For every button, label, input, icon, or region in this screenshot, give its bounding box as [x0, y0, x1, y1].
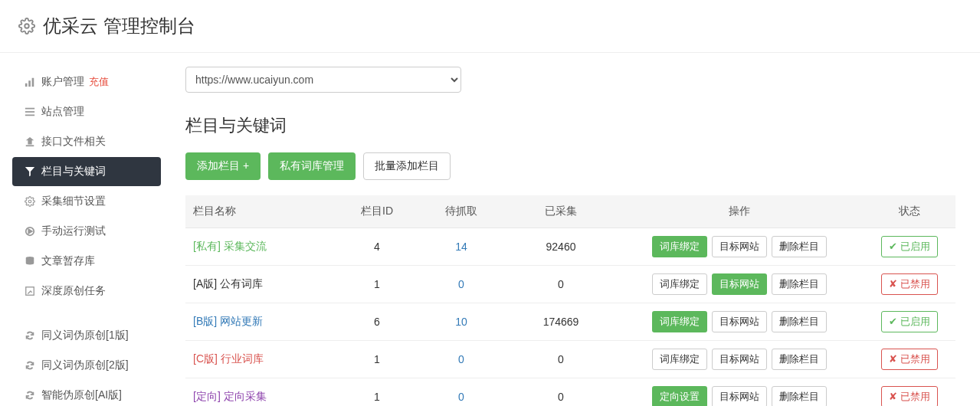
sidebar-item-label: 智能伪原创[AI版]	[41, 388, 122, 402]
collected-count: 0	[507, 341, 615, 378]
sidebar-item-label: 站点管理	[41, 105, 84, 119]
table-row: [B版] 网站更新610174669词库绑定目标网站删除栏目✔ 已启用	[185, 303, 955, 341]
svg-rect-6	[25, 115, 34, 116]
nav-icon	[25, 390, 41, 401]
column-id: 4	[339, 228, 415, 266]
bind-dict-button[interactable]: 词库绑定	[652, 311, 707, 332]
collected-count: 0	[507, 378, 615, 407]
collected-count: 174669	[507, 303, 615, 341]
nav-icon	[25, 106, 41, 117]
svg-rect-3	[32, 78, 34, 87]
th-pending: 待抓取	[415, 195, 507, 228]
sidebar-item[interactable]: 深度原创任务	[12, 277, 161, 306]
th-id: 栏目ID	[339, 195, 415, 228]
target-site-button[interactable]: 目标网站	[712, 386, 767, 406]
status-toggle[interactable]: ✔ 已启用	[881, 236, 938, 257]
sidebar-item[interactable]: 文章暂存库	[12, 247, 161, 276]
direct-setting-button[interactable]: 定向设置	[652, 386, 707, 406]
bind-dict-button[interactable]: 词库绑定	[652, 349, 707, 370]
delete-column-button[interactable]: 删除栏目	[772, 386, 827, 406]
column-id: 1	[339, 266, 415, 303]
column-name[interactable]: [定向] 定向采集	[185, 378, 339, 407]
nav-icon	[25, 196, 41, 207]
nav-icon	[25, 256, 41, 267]
status-toggle[interactable]: ✔ 已启用	[881, 311, 938, 332]
sidebar-item[interactable]: 栏目与关键词	[12, 157, 161, 186]
target-site-button[interactable]: 目标网站	[712, 273, 767, 295]
sidebar-item-label: 文章暂存库	[41, 254, 95, 268]
svg-point-8	[28, 200, 31, 203]
svg-rect-2	[28, 80, 31, 87]
column-id: 6	[339, 303, 415, 341]
sidebar-item-label: 接口文件相关	[41, 135, 106, 149]
table-row: [私有] 采集交流41492460词库绑定目标网站删除栏目✔ 已启用	[185, 228, 955, 266]
pending-link[interactable]: 0	[458, 278, 464, 290]
nav-icon	[25, 286, 41, 296]
pending-link[interactable]: 0	[458, 391, 464, 403]
status-toggle[interactable]: ✘ 已禁用	[881, 273, 938, 295]
app-title: 优采云 管理控制台	[43, 14, 195, 38]
th-name: 栏目名称	[185, 195, 339, 228]
sidebar-item-label: 深度原创任务	[41, 284, 106, 298]
sidebar-item-label: 采集细节设置	[41, 195, 106, 208]
sidebar-item[interactable]: 智能伪原创[AI版]	[12, 381, 161, 406]
delete-column-button[interactable]: 删除栏目	[772, 311, 827, 332]
table-row: [定向] 定向采集100定向设置目标网站删除栏目✘ 已禁用	[185, 378, 955, 407]
target-site-button[interactable]: 目标网站	[712, 236, 767, 257]
sidebar-item-label: 账户管理	[41, 75, 84, 89]
status-toggle[interactable]: ✘ 已禁用	[881, 349, 938, 370]
svg-rect-5	[25, 111, 34, 113]
pending-link[interactable]: 10	[455, 316, 467, 328]
sidebar-item[interactable]: 接口文件相关	[12, 127, 161, 156]
sidebar-item-label: 同义词伪原创[2版]	[41, 359, 129, 372]
recharge-badge[interactable]: 充值	[89, 75, 109, 89]
nav-icon	[25, 360, 41, 371]
target-site-button[interactable]: 目标网站	[712, 349, 767, 370]
sidebar-item[interactable]: 采集细节设置	[12, 187, 161, 216]
batch-add-button[interactable]: 批量添加栏目	[363, 152, 451, 180]
sidebar: 账户管理充值站点管理接口文件相关栏目与关键词采集细节设置手动运行测试文章暂存库深…	[6, 61, 167, 406]
column-name[interactable]: [A版] 公有词库	[185, 266, 339, 303]
svg-point-0	[25, 24, 29, 28]
private-dict-button[interactable]: 私有词库管理	[268, 152, 356, 180]
nav-icon	[25, 226, 41, 237]
bind-dict-button[interactable]: 词库绑定	[652, 273, 707, 295]
th-status: 状态	[864, 195, 955, 228]
sidebar-item[interactable]: 账户管理充值	[12, 67, 161, 97]
bind-dict-button[interactable]: 词库绑定	[652, 236, 707, 257]
target-site-button[interactable]: 目标网站	[712, 311, 767, 332]
table-row: [C版] 行业词库100词库绑定目标网站删除栏目✘ 已禁用	[185, 341, 955, 378]
pending-link[interactable]: 14	[455, 241, 467, 253]
svg-rect-1	[25, 83, 28, 87]
pending-link[interactable]: 0	[458, 353, 464, 365]
column-id: 1	[339, 378, 415, 407]
delete-column-button[interactable]: 删除栏目	[772, 349, 827, 370]
gear-icon	[18, 18, 35, 34]
sidebar-item[interactable]: 同义词伪原创[2版]	[12, 351, 161, 380]
column-name[interactable]: [私有] 采集交流	[185, 228, 339, 266]
column-name[interactable]: [C版] 行业词库	[185, 341, 339, 378]
th-ops: 操作	[615, 195, 864, 228]
columns-table: 栏目名称 栏目ID 待抓取 已采集 操作 状态 [私有] 采集交流4149246…	[185, 195, 955, 406]
collected-count: 0	[507, 266, 615, 303]
th-collected: 已采集	[507, 195, 615, 228]
nav-icon	[25, 166, 41, 177]
svg-rect-7	[26, 145, 34, 146]
sidebar-item[interactable]: 手动运行测试	[12, 217, 161, 246]
nav-icon	[25, 77, 41, 87]
table-row: [A版] 公有词库100词库绑定目标网站删除栏目✘ 已禁用	[185, 266, 955, 303]
delete-column-button[interactable]: 删除栏目	[772, 273, 827, 295]
sidebar-item[interactable]: 同义词伪原创[1版]	[12, 321, 161, 350]
sidebar-item-label: 同义词伪原创[1版]	[41, 329, 129, 342]
sidebar-item[interactable]: 站点管理	[12, 97, 161, 126]
column-name[interactable]: [B版] 网站更新	[185, 303, 339, 341]
site-select[interactable]: https://www.ucaiyun.com	[185, 67, 461, 93]
svg-rect-4	[25, 108, 34, 110]
page-title: 栏目与关键词	[185, 114, 955, 137]
nav-icon	[25, 330, 41, 341]
sidebar-item-label: 手动运行测试	[41, 224, 106, 238]
column-id: 1	[339, 341, 415, 378]
delete-column-button[interactable]: 删除栏目	[772, 236, 827, 257]
add-column-button[interactable]: 添加栏目 +	[185, 152, 261, 180]
status-toggle[interactable]: ✘ 已禁用	[881, 386, 938, 406]
